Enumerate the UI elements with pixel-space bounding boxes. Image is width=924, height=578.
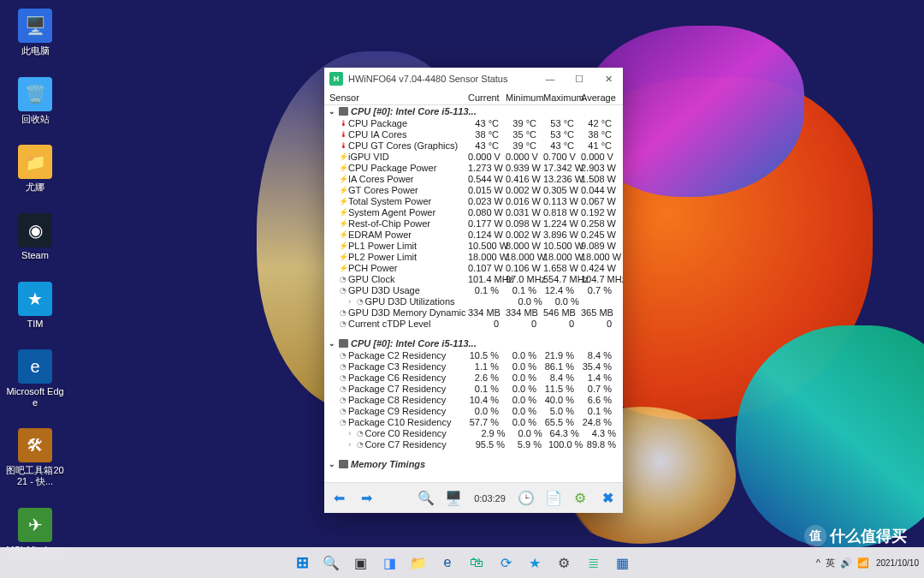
sensor-row[interactable]: ⚡GT Cores Power0.015 W0.002 W0.305 W0.04… <box>324 184 623 195</box>
desktop-icon[interactable]: 📁 尤娜 <box>5 145 65 193</box>
clock-icon[interactable]: 🕒 <box>516 487 536 509</box>
sensor-row[interactable]: ◔Package C8 Residency10.4 %0.0 %40.0 %6.… <box>324 394 623 405</box>
power-icon: ⚡ <box>338 152 348 161</box>
chevron-down-icon: ⌄ <box>328 460 336 468</box>
sensor-group-header[interactable]: ⌄Memory Timings <box>324 458 623 470</box>
taskbar-explorer-button[interactable]: 📁 <box>406 551 430 575</box>
taskbar-clash-button[interactable]: ⟳ <box>494 551 518 575</box>
sensor-value: 0.192 W <box>581 207 619 217</box>
undo-button[interactable]: ⬅ <box>329 487 350 509</box>
desktop-icon[interactable]: 🗑️ 回收站 <box>5 77 65 125</box>
taskbar-start-button[interactable]: ⊞ <box>290 551 314 575</box>
network-button[interactable]: 🖥️ <box>443 487 464 509</box>
sensor-value: 0.002 W <box>506 229 543 240</box>
gauge-icon: ◔ <box>338 351 348 360</box>
sensor-row[interactable]: ⚡iGPU VID0.000 V0.000 V0.700 V0.000 V <box>324 151 623 162</box>
sensor-row[interactable]: ⚡IA Cores Power0.544 W0.416 W13.236 W1.5… <box>324 173 623 184</box>
sensor-value: 0.031 W <box>506 207 543 217</box>
sensor-row[interactable]: ◔Package C3 Residency1.1 %0.0 %86.1 %35.… <box>324 361 623 372</box>
sensor-row[interactable]: ◔GPU Clock101.4 MHz97.0 MHz554.7 MHz104.… <box>324 273 623 284</box>
sensor-row[interactable]: 🌡CPU IA Cores38 °C35 °C53 °C38 °C <box>324 128 623 140</box>
sensor-row[interactable]: ◔Package C2 Residency10.5 %0.0 %21.9 %8.… <box>324 349 623 361</box>
sensor-value: 21.9 % <box>543 350 581 361</box>
save-log-button[interactable]: 📄 <box>543 487 564 509</box>
taskbar-edge-button[interactable]: e <box>435 551 459 575</box>
taskbar-hwinfo-button[interactable]: ≣ <box>581 551 605 575</box>
sensor-group-header[interactable]: ⌄CPU [#0]: Intel Core i5-113... <box>324 337 623 349</box>
sensor-row[interactable]: ◔Package C6 Residency2.6 %0.0 %8.4 %1.4 … <box>324 372 623 383</box>
watermark: 值 什么值得买 <box>804 525 907 547</box>
sensor-value: 86.1 % <box>543 361 581 372</box>
sensor-row[interactable]: ◔Package C7 Residency0.1 %0.0 %11.5 %0.7… <box>324 383 623 394</box>
sensor-rows[interactable]: ⌄CPU [#0]: Intel Core i5-113...🌡CPU Pack… <box>324 105 623 482</box>
col-min[interactable]: Minimum <box>506 92 543 103</box>
sensor-row[interactable]: ⚡EDRAM Power0.124 W0.002 W3.896 W0.245 W <box>324 229 623 240</box>
sensor-row[interactable]: ⚡PL1 Power Limit10.500 W8.000 W10.500 W9… <box>324 240 623 251</box>
sensor-value: 53 °C <box>543 129 581 140</box>
sensor-row[interactable]: ›◔Core C7 Residency95.5 %5.9 %100.0 %89.… <box>324 438 623 450</box>
sensor-row[interactable]: ◔Package C10 Residency57.7 %0.0 %65.5 %2… <box>324 416 623 427</box>
sensor-value: 13.236 W <box>543 174 581 184</box>
group-title: Memory Timings <box>351 459 425 469</box>
sensor-value: 0.0 % <box>506 350 543 361</box>
sensor-row[interactable]: 🌡CPU Package43 °C39 °C53 °C42 °C <box>324 117 623 128</box>
sensor-value: 0.0 % <box>506 406 543 416</box>
taskbar-store-button[interactable]: 🛍 <box>465 551 489 575</box>
sensor-row[interactable]: ›◔Core C0 Residency2.9 %0.0 %64.3 %4.3 % <box>324 427 623 438</box>
col-max[interactable]: Maximum <box>543 92 581 103</box>
sensor-value: 1.4 % <box>581 372 619 383</box>
sensor-row[interactable]: ◔Current cTDP Level0000 <box>324 318 623 329</box>
sensor-value: 0.002 W <box>506 185 543 195</box>
sensor-row[interactable]: ◔GPU D3D Usage0.1 %0.1 %12.4 %0.7 % <box>324 284 623 295</box>
taskbar-taskview-button[interactable]: ▣ <box>348 551 372 575</box>
redo-button[interactable]: ➡ <box>357 487 377 509</box>
close-panel-button[interactable]: ✖ <box>597 487 618 509</box>
sensor-row[interactable]: ⚡PCH Power0.107 W0.106 W1.658 W0.424 W <box>324 262 623 273</box>
sensor-row[interactable]: ⚡PL2 Power Limit18.000 W18.000 W18.000 W… <box>324 251 623 262</box>
sensor-value: 0.0 % <box>506 372 543 383</box>
sensor-group-header[interactable]: ⌄CPU [#0]: Intel Core i5-113... <box>324 105 623 117</box>
sensor-row[interactable]: ›◔GPU D3D Utilizations0.0 %0.0 % <box>324 295 623 307</box>
tray-icon[interactable]: 🔊 <box>840 557 852 569</box>
col-avg[interactable]: Average <box>581 92 619 103</box>
taskbar-widgets-button[interactable]: ◨ <box>377 551 401 575</box>
tray-icon[interactable]: 英 <box>826 557 835 569</box>
sensor-row[interactable]: ⚡Rest-of-Chip Power0.177 W0.098 W1.224 W… <box>324 217 623 229</box>
taskbar-tim-button[interactable]: ★ <box>523 551 547 575</box>
sensor-row[interactable]: ⚡CPU Package Power1.273 W0.939 W17.342 W… <box>324 162 623 173</box>
desktop-icon[interactable]: ◉ Steam <box>5 213 65 261</box>
taskbar-tool-button[interactable]: ▦ <box>610 551 634 575</box>
settings-button[interactable]: ⚙ <box>570 487 590 509</box>
sensor-row[interactable]: ◔GPU D3D Memory Dynamic334 MB334 MB546 M… <box>324 307 623 318</box>
sensor-value: 3.896 W <box>543 229 581 240</box>
taskbar-date[interactable]: 2021/10/10 <box>876 558 919 568</box>
column-header[interactable]: Sensor Current Minimum Maximum Average <box>324 90 623 105</box>
chip-icon <box>339 339 348 348</box>
group-title: CPU [#0]: Intel Core i5-113... <box>351 338 477 349</box>
sensor-value: 0.1 % <box>468 285 506 295</box>
sensor-row[interactable]: ⚡Total System Power0.023 W0.016 W0.113 W… <box>324 195 623 206</box>
close-button[interactable]: ✕ <box>594 68 623 90</box>
desktop-icon[interactable]: 🖥️ 此电脑 <box>5 9 65 57</box>
minimize-button[interactable]: — <box>536 68 565 90</box>
sensor-name: Core C7 Residency <box>364 439 475 450</box>
col-current[interactable]: Current <box>468 92 506 103</box>
find-button[interactable]: 🔍 <box>417 487 437 509</box>
sensor-value: 0.818 W <box>543 207 581 217</box>
thermometer-icon: 🌡 <box>338 119 348 128</box>
desktop-icon[interactable]: ★ TIM <box>5 282 65 330</box>
tray-icon[interactable]: 📶 <box>857 557 869 569</box>
sensor-row[interactable]: ◔Package C9 Residency0.0 %0.0 %5.0 %0.1 … <box>324 405 623 416</box>
gauge-icon: ◔ <box>338 286 348 295</box>
desktop-icon[interactable]: 🛠 图吧工具箱2021 - 快... <box>5 428 65 486</box>
maximize-button[interactable]: ☐ <box>565 68 594 90</box>
gauge-icon: ◔ <box>338 418 348 426</box>
taskbar-settings-button[interactable]: ⚙ <box>552 551 576 575</box>
taskbar-search-button[interactable]: 🔍 <box>319 551 343 575</box>
desktop-icon[interactable]: e Microsoft Edge <box>5 349 65 408</box>
sensor-row[interactable]: 🌡CPU GT Cores (Graphics)43 °C39 °C43 °C4… <box>324 140 623 151</box>
col-sensor[interactable]: Sensor <box>324 92 468 103</box>
sensor-row[interactable]: ⚡System Agent Power0.080 W0.031 W0.818 W… <box>324 206 623 217</box>
tray-icon[interactable]: ^ <box>816 557 820 568</box>
titlebar[interactable]: H HWiNFO64 v7.04-4480 Sensor Status — ☐ … <box>324 68 623 90</box>
